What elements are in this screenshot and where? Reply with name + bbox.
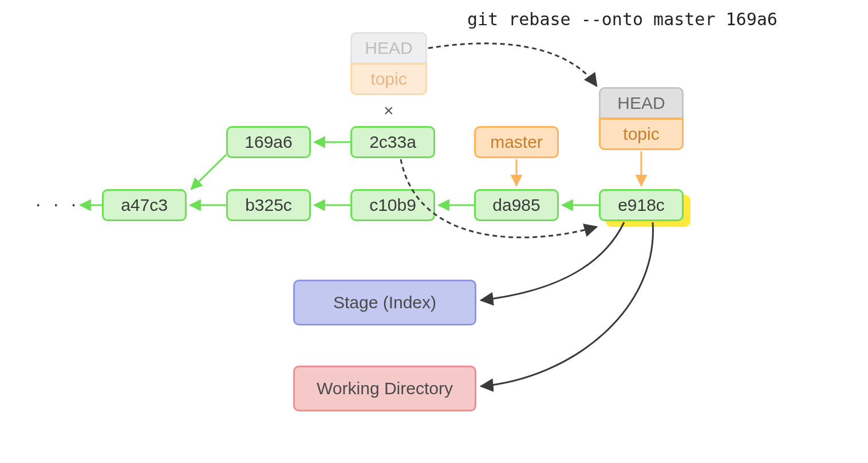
ellipsis: · · · xyxy=(35,193,80,215)
ref-topic-old: topic xyxy=(350,63,427,95)
command-text: git rebase --onto master 169a6 xyxy=(467,9,778,29)
commit-169a6: 169a6 xyxy=(226,126,311,158)
ref-head-old: HEAD xyxy=(350,32,427,64)
commit-2c33a: 2c33a xyxy=(350,126,435,158)
svg-line-6 xyxy=(191,155,226,189)
ref-master: master xyxy=(474,126,559,158)
working-directory-box: Working Directory xyxy=(293,366,476,411)
stage-box: Stage (Index) xyxy=(293,280,476,325)
commit-e918c: e918c xyxy=(599,189,684,221)
commit-b325c: b325c xyxy=(226,189,311,221)
cross-mark: × xyxy=(384,101,394,120)
ref-topic-new: topic xyxy=(599,118,684,150)
commit-c10b9: c10b9 xyxy=(350,189,435,221)
commit-da985: da985 xyxy=(474,189,559,221)
ref-head-new: HEAD xyxy=(599,87,684,119)
diagram-canvas: git rebase --onto master 169a6 HEAD topi… xyxy=(0,0,868,463)
commit-a47c3: a47c3 xyxy=(102,189,187,221)
